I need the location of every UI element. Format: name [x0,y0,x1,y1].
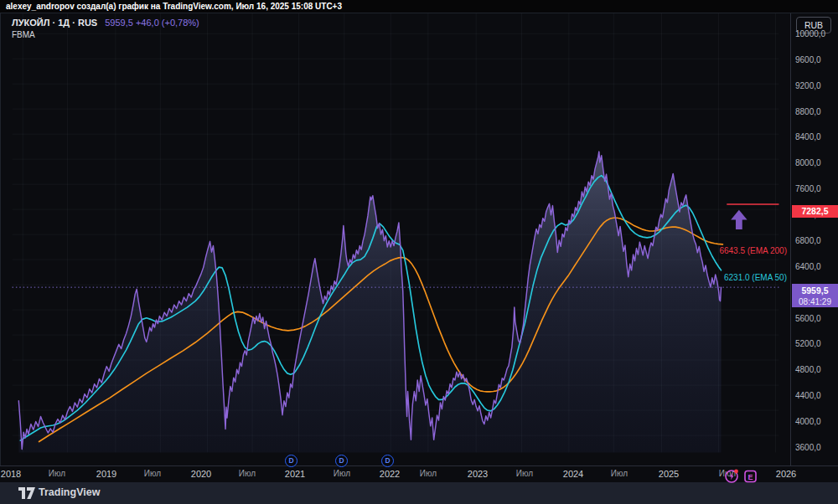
dividend-marker[interactable]: D [335,455,348,467]
price-axis-label: 10000,0 [795,29,825,39]
price-axis-label: 8400,0 [795,132,821,141]
price-axis-label: 5600,0 [795,314,821,323]
price-axis-label: 4400,0 [795,391,821,400]
alert-price-badge[interactable]: 7282,5 [792,205,838,218]
price-axis-label: 6400,0 [795,262,821,271]
price-axis-label: 4000,0 [795,417,821,426]
price-axis-label: 9600,0 [795,55,821,64]
dividend-marker[interactable]: D [381,455,394,467]
time-axis-label: Июл [144,469,161,478]
attribution-bar: alexey_andropov создал(а) график на Trad… [0,0,838,13]
price-axis-label: 8000,0 [795,158,821,167]
time-axis-label: 2022 [380,469,400,479]
price-axis-label: 7600,0 [795,184,821,193]
flash-events-icon[interactable] [726,470,738,482]
time-axis-label: 2021 [285,469,305,479]
time-axis-label: 2019 [96,469,116,479]
ema200-label: 6643.5 (EMA 200) [719,246,787,255]
time-axis-label: 2024 [563,469,583,479]
time-axis-label: 2020 [191,469,211,479]
earnings-icon[interactable]: E [745,471,756,482]
time-axis-label: Июл [420,469,437,478]
indicator-label[interactable]: FBMA [12,30,199,39]
tradingview-chart-screen: alexey_andropov создал(а) график на Trad… [0,0,838,504]
dividend-marker[interactable]: D [285,455,297,467]
time-axis-label: Июл [334,469,350,478]
time-axis-label: Июл [49,469,65,478]
time-axis-label: Июл [611,469,628,478]
footer-bar: TradingView [0,482,838,504]
symbol-title[interactable]: ЛУКОЙЛ · 1Д · RUS [12,18,97,28]
chart-pane[interactable]: ЛУКОЙЛ · 1Д · RUS 5959,5 +46,0 (+0,78%) … [0,13,790,465]
tradingview-logo-icon[interactable] [18,487,36,502]
time-axis[interactable]: 2018Июл2019Июл2020Июл2021Июл2022Июл2023И… [0,465,838,482]
time-axis-label: Июл [516,469,533,478]
chart-legend: ЛУКОЙЛ · 1Д · RUS 5959,5 +46,0 (+0,78%) … [12,18,199,39]
time-axis-label: 2018 [1,469,21,479]
bar-countdown: 08:41:29 [792,297,838,307]
time-axis-label: 2025 [659,469,679,479]
ema50-label: 6231.0 (EMA 50) [724,273,787,282]
attribution-text: alexey_andropov создал(а) график на Trad… [6,2,342,11]
time-axis-label: Июл [239,469,256,478]
price-axis-label: 3600,0 [795,443,821,452]
svg-text:E: E [747,473,753,481]
tradingview-logo-text[interactable]: TradingView [39,486,100,498]
price-axis-label: 8800,0 [795,107,821,116]
up-arrow-drawing [731,210,747,229]
time-axis-label: 2023 [468,469,488,479]
symbol-quote: 5959,5 +46,0 (+0,78%) [105,18,199,28]
time-axis-label: 2026 [776,469,796,479]
price-axis-label: 5200,0 [795,339,821,348]
last-price-value: 5959,5 [792,284,838,297]
last-price-badge: 5959,5 08:41:29 [792,284,838,307]
price-axis[interactable]: RUB 10000,09600,09200,08800,08400,08000,… [790,13,838,465]
price-axis-label: 9200,0 [795,81,821,90]
price-chart-canvas[interactable] [1,13,790,465]
price-axis-label: 4800,0 [795,365,821,374]
price-axis-label: 6800,0 [795,236,821,245]
pane-bottom-icons: E [722,468,759,485]
